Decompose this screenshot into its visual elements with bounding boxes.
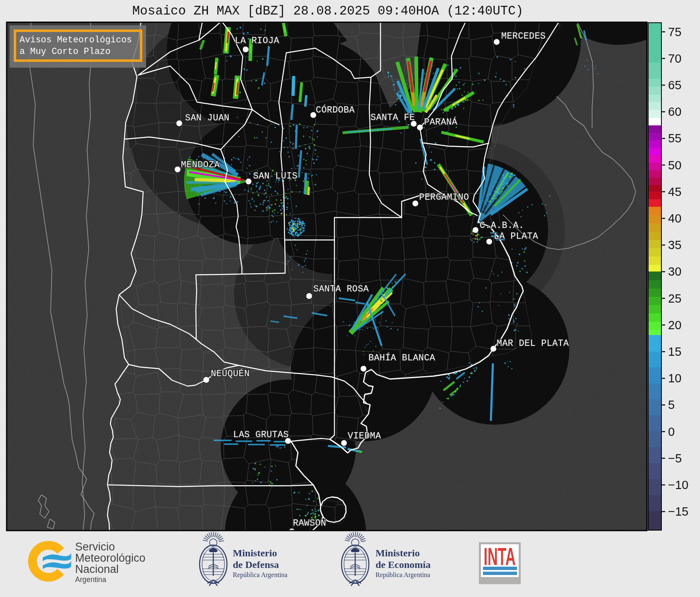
svg-text:NEUQUÉN: NEUQUÉN — [211, 368, 250, 379]
svg-text:de Economía: de Economía — [376, 559, 431, 570]
svg-text:SAN LUIS: SAN LUIS — [253, 171, 298, 181]
svg-text:SANTA FE: SANTA FE — [371, 113, 415, 122]
svg-text:55: 55 — [668, 132, 681, 145]
svg-text:LA RIOJA: LA RIOJA — [235, 36, 279, 46]
svg-text:República Argentina: República Argentina — [376, 571, 430, 579]
svg-text:45: 45 — [668, 185, 681, 198]
svg-text:15: 15 — [668, 345, 681, 358]
svg-text:70: 70 — [668, 52, 681, 65]
svg-text:Meteorológico: Meteorológico — [75, 552, 146, 564]
svg-text:0: 0 — [668, 425, 675, 438]
svg-text:Nacional: Nacional — [75, 563, 119, 575]
svg-text:SANTA ROSA: SANTA ROSA — [313, 284, 369, 294]
svg-text:35: 35 — [668, 238, 681, 252]
svg-text:10: 10 — [668, 372, 681, 385]
svg-text:Avisos Meteorológicos: Avisos Meteorológicos — [20, 35, 132, 45]
svg-text:LA PLATA: LA PLATA — [494, 231, 538, 241]
svg-text:−10: −10 — [668, 478, 688, 492]
svg-text:INTA: INTA — [484, 543, 516, 570]
svg-text:C.A.B.A.: C.A.B.A. — [480, 220, 524, 230]
svg-text:VIEDMA: VIEDMA — [348, 431, 381, 441]
svg-text:SAN JUAN: SAN JUAN — [185, 113, 229, 123]
svg-text:CÓRDOBA: CÓRDOBA — [316, 105, 355, 115]
svg-text:65: 65 — [668, 78, 681, 92]
svg-text:25: 25 — [668, 292, 681, 305]
svg-text:30: 30 — [668, 265, 681, 278]
svg-text:75: 75 — [668, 25, 681, 39]
svg-text:RAWSON: RAWSON — [293, 518, 326, 528]
svg-text:Servicio: Servicio — [75, 541, 115, 553]
svg-text:PARANÁ: PARANÁ — [424, 117, 457, 127]
svg-text:−15: −15 — [668, 505, 688, 518]
svg-text:20: 20 — [668, 318, 681, 332]
svg-text:MENDOZA: MENDOZA — [181, 160, 220, 170]
svg-text:a Muy Corto Plazo: a Muy Corto Plazo — [20, 46, 110, 56]
svg-text:BAHÍA BLANCA: BAHÍA BLANCA — [368, 352, 435, 363]
svg-text:Mosaico ZH MAX [dBZ] 28.08.202: Mosaico ZH MAX [dBZ] 28.08.2025 09:40HOA… — [132, 4, 524, 18]
svg-text:40: 40 — [668, 212, 681, 225]
svg-text:Ministerio: Ministerio — [233, 548, 277, 558]
svg-text:−5: −5 — [668, 452, 682, 465]
svg-text:5: 5 — [668, 398, 675, 411]
svg-text:de Defensa: de Defensa — [233, 559, 279, 570]
svg-text:República Argentina: República Argentina — [233, 571, 288, 579]
svg-text:50: 50 — [668, 159, 681, 172]
svg-text:Argentina: Argentina — [75, 575, 106, 584]
svg-text:60: 60 — [668, 105, 681, 118]
svg-text:Ministerio: Ministerio — [376, 548, 420, 558]
svg-text:LAS GRUTAS: LAS GRUTAS — [233, 430, 289, 440]
svg-text:PERGAMINO: PERGAMINO — [419, 192, 469, 202]
svg-text:MERCEDES: MERCEDES — [501, 31, 546, 41]
svg-text:MAR DEL PLATA: MAR DEL PLATA — [497, 338, 569, 348]
